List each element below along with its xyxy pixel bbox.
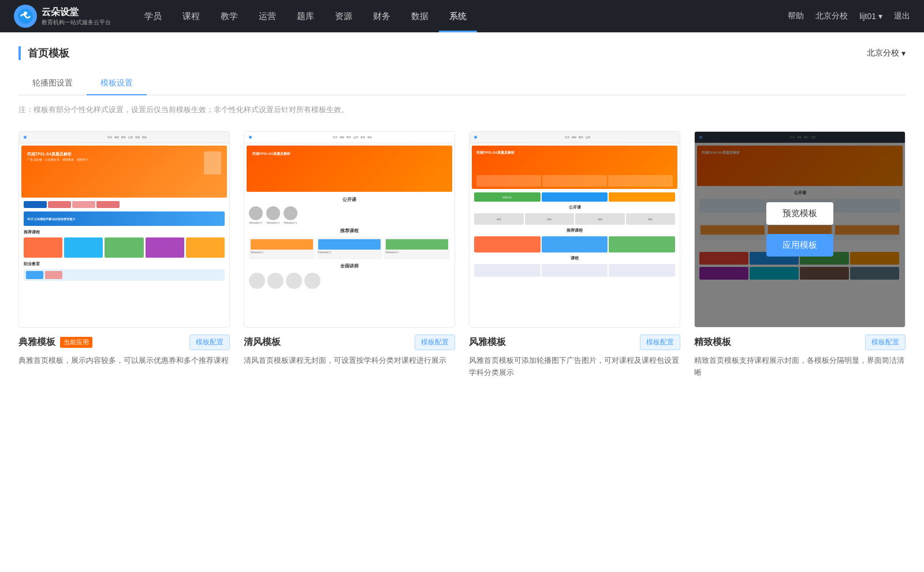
branch-link[interactable]: 北京分校 (815, 11, 848, 21)
template-name-4: 精致模板 (694, 336, 731, 348)
nav-item-财务[interactable]: 财务 (363, 0, 401, 32)
template-desc-4: 精致首页模板支持课程展示封面，各模板分隔明显，界面简洁清晰 (694, 355, 906, 379)
template-preview-4[interactable]: 学员课程教学运营 托福TP01-S4真题及解析 公开课 推荐课程 课程 预览模板 (694, 131, 906, 328)
template-info-2: 清风模板 模板配置 清风首页模板课程无封面，可设置按学科分类对课程进行展示 (244, 328, 455, 372)
template-desc-2: 清风首页模板课程无封面，可设置按学科分类对课程进行展示 (244, 355, 455, 367)
logo-icon (14, 5, 37, 28)
template-preview-3[interactable]: 学员课程教学运营 托福TP01-S4真题及解析 优惠活动 公开课 课程课程课程课… (469, 131, 680, 328)
branch-selector[interactable]: 北京分校 ▾ (867, 48, 906, 58)
template-desc-1: 典雅首页模板，展示内容较多，可以展示优惠券和多个推荐课程 (18, 355, 230, 367)
logo[interactable]: 云朵设堂 教育机构一站式服务云平台 (14, 5, 111, 28)
page-container: 首页模板 北京分校 ▾ 轮播图设置模板设置 注：模板有部分个性化样式设置，设置后… (0, 32, 924, 572)
template-info-4: 精致模板 模板配置 精致首页模板支持课程展示封面，各模板分隔明显，界面简洁清晰 (694, 328, 906, 384)
tabs-container: 轮播图设置模板设置 (18, 72, 906, 95)
page-title: 首页模板 (18, 46, 69, 60)
config-button-4[interactable]: 模板配置 (865, 335, 906, 350)
template-grid: 学员课程教学运营资源系统 托福TP01-S4真题及解析广告 品必修：心必修生活、… (18, 131, 906, 384)
help-link[interactable]: 帮助 (788, 11, 804, 21)
nav-item-资源[interactable]: 资源 (325, 0, 363, 32)
template-name-1: 典雅模板 (18, 336, 55, 348)
note-text: 注：模板有部分个性化样式设置，设置后仅当前模板生效；非个性化样式设置后针对所有模… (18, 105, 906, 115)
template-name-2: 清风模板 (244, 336, 281, 348)
template-preview-2[interactable]: 学员课程教学运营资源系统 托福TP01-S4真题及解析 公开课 PyTorch入… (244, 131, 455, 328)
template-card-3: 学员课程教学运营 托福TP01-S4真题及解析 优惠活动 公开课 课程课程课程课… (469, 131, 680, 384)
navbar: 云朵设堂 教育机构一站式服务云平台 学员课程教学运营题库资源财务数据系统 帮助 … (0, 0, 924, 32)
nav-item-课程[interactable]: 课程 (172, 0, 210, 32)
template-preview-1[interactable]: 学员课程教学运营资源系统 托福TP01-S4真题及解析广告 品必修：心必修生活、… (18, 131, 230, 328)
template-card-4: 学员课程教学运营 托福TP01-S4真题及解析 公开课 推荐课程 课程 预览模板 (694, 131, 906, 384)
template-card-1: 学员课程教学运营资源系统 托福TP01-S4真题及解析广告 品必修：心必修生活、… (18, 131, 230, 384)
current-badge: 当前应用 (60, 337, 92, 348)
username: lijt01 (859, 12, 876, 21)
template-info-3: 风雅模板 模板配置 风雅首页模板可添加轮播图下广告图片，可对课程及课程包设置学科… (469, 328, 680, 384)
tab-轮播图设置[interactable]: 轮播图设置 (18, 72, 87, 95)
nav-item-数据[interactable]: 数据 (401, 0, 439, 32)
navbar-right: 帮助 北京分校 lijt01 ▾ 退出 (788, 11, 910, 21)
user-dropdown[interactable]: lijt01 ▾ (859, 12, 882, 21)
template-info-1: 典雅模板 当前应用 模板配置 典雅首页模板，展示内容较多，可以展示优惠券和多个推… (18, 328, 230, 372)
dropdown-arrow-icon: ▾ (878, 12, 882, 21)
config-button-2[interactable]: 模板配置 (415, 335, 455, 350)
nav-item-题库[interactable]: 题库 (286, 0, 325, 32)
config-button-3[interactable]: 模板配置 (640, 335, 680, 350)
branch-chevron-icon: ▾ (901, 49, 906, 58)
logo-main: 云朵设堂 (42, 6, 111, 18)
template-overlay: 预览模板 应用模板 (695, 132, 905, 327)
page-header: 首页模板 北京分校 ▾ (18, 46, 906, 60)
config-button-1[interactable]: 模板配置 (189, 335, 230, 350)
apply-template-button[interactable]: 应用模板 (766, 234, 833, 257)
preview-template-button[interactable]: 预览模板 (766, 202, 833, 225)
logo-text: 云朵设堂 教育机构一站式服务云平台 (42, 6, 111, 27)
template-name-3: 风雅模板 (469, 336, 506, 348)
tab-模板设置[interactable]: 模板设置 (87, 72, 147, 95)
template-card-2: 学员课程教学运营资源系统 托福TP01-S4真题及解析 公开课 PyTorch入… (244, 131, 455, 384)
nav-item-学员[interactable]: 学员 (134, 0, 172, 32)
main-nav: 学员课程教学运营题库资源财务数据系统 (134, 0, 788, 32)
logout-link[interactable]: 退出 (894, 11, 910, 21)
nav-item-教学[interactable]: 教学 (210, 0, 248, 32)
branch-selector-label: 北京分校 (867, 48, 899, 58)
svg-point-1 (24, 12, 27, 15)
logo-sub: 教育机构一站式服务云平台 (42, 18, 111, 27)
template-desc-3: 风雅首页模板可添加轮播图下广告图片，可对课程及课程包设置学科分类展示 (469, 355, 680, 379)
nav-item-系统[interactable]: 系统 (439, 0, 477, 32)
nav-item-运营[interactable]: 运营 (248, 0, 286, 32)
